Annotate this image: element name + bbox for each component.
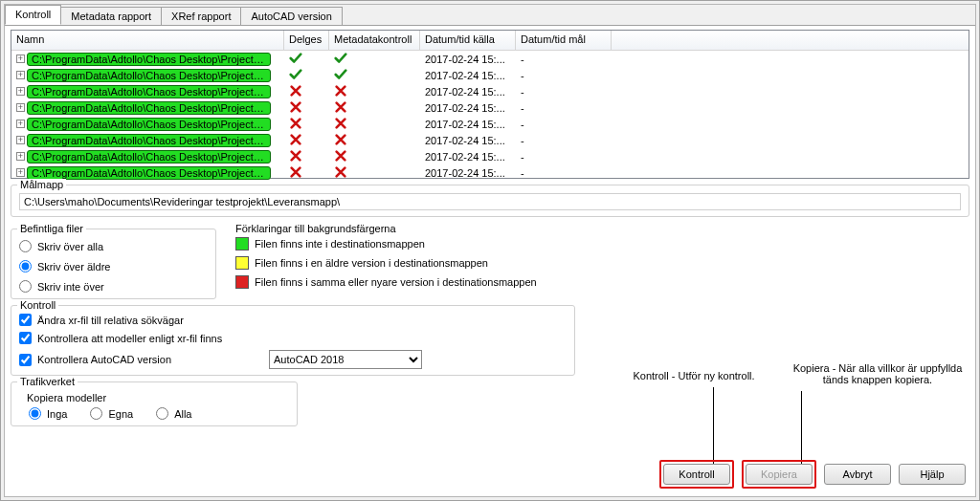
check-icon — [289, 52, 302, 65]
file-listview[interactable]: Namn Delges Metadatakontroll Datum/tid k… — [11, 30, 969, 179]
table-row[interactable]: +C:\ProgramData\Adtollo\Chaos Desktop\Pr… — [11, 148, 969, 164]
check-icon — [334, 52, 347, 65]
radio-label: Skriv inte över — [37, 281, 104, 293]
expand-icon[interactable]: + — [16, 152, 25, 161]
forklaringar-group: Förklaringar till bakgrundsfärgerna File… — [235, 223, 969, 299]
legend-item: Filen finns i en äldre version i destina… — [235, 256, 969, 270]
legend-text: Filen finns i samma eller nyare version … — [255, 276, 537, 288]
radio-egna[interactable]: Egna — [90, 407, 133, 420]
tab-autocad-version[interactable]: AutoCAD version — [240, 7, 342, 25]
radio-input[interactable] — [90, 407, 102, 420]
kontroll-button[interactable]: Kontroll — [663, 464, 730, 485]
x-icon — [334, 84, 347, 98]
file-path: C:\ProgramData\Adtollo\Chaos Desktop\Pro… — [27, 69, 271, 82]
datum-kalla: 2017-02-24 15:... — [420, 102, 516, 114]
col-datum-kalla[interactable]: Datum/tid källa — [420, 31, 516, 50]
col-delges[interactable]: Delges — [284, 31, 329, 50]
expand-icon[interactable]: + — [16, 136, 25, 144]
check-modeller-xr[interactable]: Kontrollera att modeller enligt xr-fil f… — [19, 332, 567, 344]
expand-icon[interactable]: + — [16, 103, 25, 112]
datum-mal: - — [516, 135, 612, 146]
kontroll-label: Kontroll — [17, 299, 58, 311]
tab-metadata-rapport[interactable]: Metadata rapport — [60, 7, 162, 25]
footer-buttons: Kontroll Kopiera Avbryt Hjälp — [659, 460, 966, 489]
table-row[interactable]: +C:\ProgramData\Adtollo\Chaos Desktop\Pr… — [11, 51, 969, 67]
radio-skriv-över-alla[interactable]: Skriv över alla — [19, 240, 208, 252]
datum-mal: - — [516, 119, 612, 130]
datum-kalla: 2017-02-24 15:... — [420, 70, 516, 81]
x-icon — [289, 165, 302, 179]
check-label: Ändra xr-fil till relativa sökvägar — [37, 315, 184, 326]
legend-item: Filen finns inte i destinationsmappen — [235, 237, 969, 250]
expand-icon[interactable]: + — [16, 71, 25, 79]
befintliga-label: Befintliga filer — [17, 223, 86, 234]
annotation-kontroll: Kontroll - Utför ny kontroll. — [617, 370, 770, 381]
file-path: C:\ProgramData\Adtollo\Chaos Desktop\Pro… — [27, 101, 271, 115]
tab-bar: Kontroll Metadata rapport XRef rapport A… — [5, 5, 975, 26]
table-row[interactable]: +C:\ProgramData\Adtollo\Chaos Desktop\Pr… — [11, 164, 969, 181]
radio-label: Inga — [47, 408, 67, 420]
avbryt-button[interactable]: Avbryt — [824, 464, 891, 485]
file-path: C:\ProgramData\Adtollo\Chaos Desktop\Pro… — [27, 85, 271, 98]
check-relativa-sokvagar[interactable]: Ändra xr-fil till relativa sökvägar — [19, 314, 567, 326]
tab-xref-rapport[interactable]: XRef rapport — [161, 7, 241, 25]
expand-icon[interactable]: + — [16, 87, 25, 96]
x-icon — [334, 149, 347, 163]
table-row[interactable]: +C:\ProgramData\Adtollo\Chaos Desktop\Pr… — [11, 67, 969, 83]
col-metadatakontroll[interactable]: Metadatakontroll — [329, 31, 420, 50]
checkbox[interactable] — [19, 332, 32, 344]
highlight-kontroll: Kontroll — [659, 460, 734, 489]
radio-inga[interactable]: Inga — [29, 407, 67, 420]
legend-text: Filen finns i en äldre version i destina… — [255, 257, 488, 269]
file-path: C:\ProgramData\Adtollo\Chaos Desktop\Pro… — [27, 53, 271, 66]
radio-input[interactable] — [156, 407, 168, 420]
check-icon — [289, 68, 302, 81]
radio-label: Skriv över äldre — [37, 261, 110, 272]
datum-kalla: 2017-02-24 15:... — [420, 151, 516, 163]
tab-kontroll[interactable]: Kontroll — [5, 5, 61, 25]
checkbox[interactable] — [19, 314, 32, 326]
expand-icon[interactable]: + — [16, 54, 25, 63]
check-label: Kontrollera att modeller enligt xr-fil f… — [37, 333, 222, 344]
expand-icon[interactable]: + — [16, 120, 25, 128]
radio-skriv-över-äldre[interactable]: Skriv över äldre — [19, 260, 208, 272]
trafikverket-group: Trafikverket Kopiera modeller IngaEgnaAl… — [11, 381, 298, 426]
x-icon — [334, 133, 347, 146]
malmapp-group: Målmapp C:\Users\maho\Documents\Revideri… — [11, 185, 969, 217]
file-path: C:\ProgramData\Adtollo\Chaos Desktop\Pro… — [27, 118, 271, 131]
table-row[interactable]: +C:\ProgramData\Adtollo\Chaos Desktop\Pr… — [11, 99, 969, 116]
table-row[interactable]: +C:\ProgramData\Adtollo\Chaos Desktop\Pr… — [11, 132, 969, 148]
hjalp-button[interactable]: Hjälp — [899, 464, 966, 485]
datum-kalla: 2017-02-24 15:... — [420, 167, 516, 179]
autocad-version-select[interactable]: AutoCAD 2018 — [269, 350, 422, 369]
radio-input[interactable] — [19, 240, 32, 252]
x-icon — [334, 100, 347, 114]
kopiera-button[interactable]: Kopiera — [746, 464, 813, 485]
legend-text: Filen finns inte i destinationsmappen — [255, 238, 425, 250]
radio-skriv-inte-över[interactable]: Skriv inte över — [19, 280, 208, 293]
datum-mal: - — [516, 70, 612, 81]
datum-mal: - — [516, 102, 612, 114]
table-row[interactable]: +C:\ProgramData\Adtollo\Chaos Desktop\Pr… — [11, 116, 969, 132]
expand-icon[interactable]: + — [16, 168, 25, 177]
datum-kalla: 2017-02-24 15:... — [420, 54, 516, 65]
checkbox[interactable] — [19, 354, 32, 366]
table-row[interactable]: +C:\ProgramData\Adtollo\Chaos Desktop\Pr… — [11, 83, 969, 99]
forklaringar-label: Förklaringar till bakgrundsfärgerna — [235, 223, 969, 234]
col-datum-mal[interactable]: Datum/tid mål — [516, 31, 612, 50]
radio-input[interactable] — [19, 280, 32, 293]
radio-input[interactable] — [19, 260, 32, 272]
x-icon — [289, 100, 302, 114]
color-swatch-icon — [235, 275, 249, 289]
radio-input[interactable] — [29, 407, 41, 420]
trafikverket-label: Trafikverket — [17, 376, 78, 387]
annotation-kopiera: Kopiera - När alla villkor är uppfyllda … — [791, 362, 964, 385]
check-autocad-version[interactable]: Kontrollera AutoCAD version — [19, 354, 263, 366]
x-icon — [334, 117, 347, 130]
file-path: C:\ProgramData\Adtollo\Chaos Desktop\Pro… — [27, 150, 271, 163]
kontroll-group: Kontroll Ändra xr-fil till relativa sökv… — [11, 305, 575, 376]
malmapp-path[interactable]: C:\Users\maho\Documents\Revideringar tes… — [19, 193, 961, 210]
datum-kalla: 2017-02-24 15:... — [420, 86, 516, 98]
radio-alla[interactable]: Alla — [156, 407, 191, 420]
col-namn[interactable]: Namn — [11, 31, 284, 50]
